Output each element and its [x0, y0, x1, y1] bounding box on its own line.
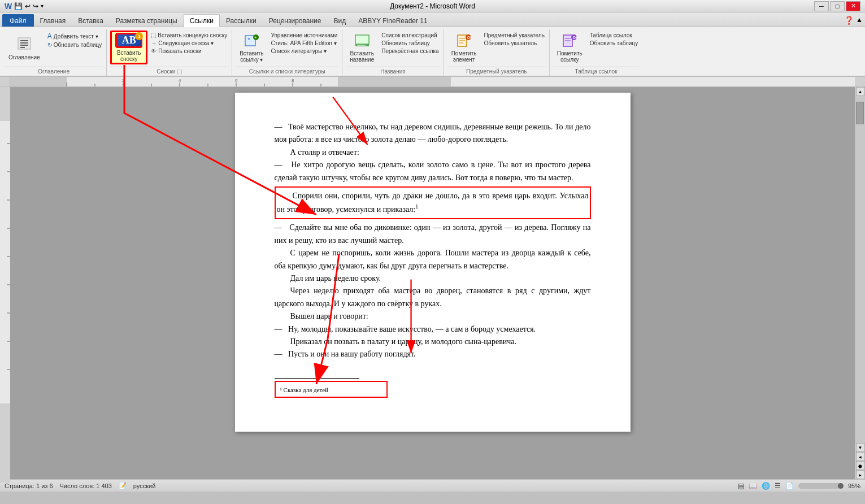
help-icon[interactable]: ❓ [844, 16, 854, 25]
minimize-button[interactable]: ─ [814, 1, 829, 11]
style-dropdown-button[interactable]: Стиль: APA Fifth Edition ▾ [270, 40, 339, 47]
view-draft-icon[interactable]: 📄 [785, 482, 794, 490]
tab-abbyy[interactable]: ABBYY FineReader 11 [352, 14, 434, 27]
citations-table-group-label: Таблица ссылок [553, 67, 639, 76]
svg-text:2: 2 [122, 78, 125, 83]
view-normal-icon[interactable]: ▤ [738, 482, 744, 490]
next-footnote-button[interactable]: → Следующая сноска ▾ [150, 40, 228, 47]
title-bar: W 💾 ↩ ↪ ▾ Документ2 - Microsoft Word ─ □… [0, 0, 865, 12]
bibliography-button[interactable]: Список литературы ▾ [270, 47, 339, 55]
zoom-level[interactable]: 95% [848, 483, 860, 489]
title-bar-controls: ─ □ ✕ [814, 1, 860, 11]
tab-file[interactable]: Файл [2, 14, 34, 27]
ribbon-group-captions-content: Вставитьназвание Список иллюстраций Обно… [346, 29, 440, 67]
ruler: 2 4 6 8 [0, 77, 865, 87]
footnote-text: ¹ Сказка для детей [280, 386, 329, 393]
zoom-thumb[interactable] [838, 483, 844, 489]
scroll-down-button[interactable]: ▼ [856, 443, 865, 452]
ab-icon: AB 1 [115, 33, 142, 48]
qat-save[interactable]: 💾 [14, 2, 23, 10]
cross-reference-button[interactable]: Перекрёстная ссылка [380, 47, 440, 55]
ribbon-group-toc: Оглавление A Добавить текст ▾ ↻ Обновить… [2, 29, 107, 76]
index-button[interactable]: Предметный указатель [483, 32, 545, 39]
view-web-icon[interactable]: 🌐 [762, 482, 770, 490]
tab-home[interactable]: Главная [34, 14, 72, 27]
view-reading-icon[interactable]: 📖 [749, 482, 757, 490]
insert-caption-button[interactable]: Вставитьназвание [346, 31, 378, 64]
scrollbar-track[interactable] [855, 96, 865, 443]
ribbon-group-captions: Вставитьназвание Список иллюстраций Обно… [344, 29, 444, 76]
captions-group-label: Названия [346, 67, 440, 76]
tab-insert[interactable]: Вставка [72, 14, 110, 27]
citations-table-small-buttons: Таблица ссылок Обновить таблицу [589, 31, 640, 47]
toc-icon [15, 34, 33, 53]
ribbon-tabs: Файл Главная Вставка Разметка страницы С… [0, 12, 865, 27]
qat-dropdown[interactable]: ▾ [41, 3, 44, 9]
word-logo-icon: W [5, 2, 12, 11]
svg-text:OK: OK [467, 36, 472, 40]
update-table-toc-button[interactable]: ↻ Обновить таблицу [46, 41, 103, 49]
select-browse-button[interactable]: ⬤ [856, 461, 865, 470]
footnote-area: ¹ Сказка для детей [275, 378, 591, 398]
insert-footnote-button[interactable]: AB 1 Вставитьсноску [110, 31, 147, 64]
tab-review[interactable]: Рецензирование [263, 14, 328, 27]
word-count[interactable]: Число слов: 1 403 [60, 483, 112, 489]
figure-list-button[interactable]: Список иллюстраций [380, 32, 440, 39]
document-area: — Твоё мастерство невелико, ты над дерев… [10, 87, 855, 479]
tab-mailings[interactable]: Рассылки [220, 14, 263, 27]
paragraph-9: Вышел царь и говорит: [275, 310, 591, 323]
tab-view[interactable]: Вид [327, 14, 352, 27]
scroll-up-button[interactable]: ▲ [856, 87, 865, 96]
minimize-ribbon-icon[interactable]: ▲ [856, 16, 863, 25]
highlighted-paragraph: Спорили они, спорили, чуть до драки не д… [275, 186, 591, 219]
new-badge: 1 [135, 32, 143, 40]
tab-layout[interactable]: Разметка страницы [110, 14, 184, 27]
tab-references[interactable]: Ссылки [184, 14, 220, 27]
view-outline-icon[interactable]: ☰ [775, 482, 781, 490]
update-citations-table-button[interactable]: Обновить таблицу [589, 40, 640, 47]
citations-small-buttons: Управление источниками Стиль: APA Fifth … [270, 31, 339, 55]
manage-sources-button[interactable]: Управление источниками [270, 32, 339, 39]
update-index-button[interactable]: Обновить указатель [483, 40, 545, 47]
page-info[interactable]: Страница: 1 из 6 [5, 483, 53, 489]
mark-entry-button[interactable]: OK Пометитьэлемент [447, 31, 481, 64]
scrollbar-thumb[interactable] [856, 102, 864, 124]
prev-page-button[interactable]: ◀ [856, 452, 865, 461]
paragraph-4: Спорили они, спорили, чуть до драки не д… [277, 190, 589, 216]
paragraph-5: — Сделайте вы мне оба по диковинке: один… [275, 221, 591, 247]
svg-text:": " [247, 37, 251, 45]
svg-rect-41 [0, 121, 10, 403]
close-button[interactable]: ✕ [846, 1, 860, 11]
document-page: — Твоё мастерство невелико, ты над дерев… [235, 93, 631, 432]
qat-undo[interactable]: ↩ [25, 2, 31, 10]
footnote-box: ¹ Сказка для детей [275, 381, 388, 398]
insert-citation-button[interactable]: " + Вставитьссылку ▾ [236, 31, 267, 64]
maximize-button[interactable]: □ [830, 1, 845, 11]
qat-redo[interactable]: ↪ [33, 2, 38, 10]
toc-button[interactable]: Оглавление [5, 31, 44, 64]
ruler-side-left [0, 77, 10, 86]
add-text-icon: A [47, 32, 52, 40]
paragraph-8: Через неделю приходят оба мастера во дво… [275, 285, 591, 310]
next-page-button[interactable]: ▶ [856, 470, 865, 479]
mark-citation-button[interactable]: OK Пометитьссылку [553, 31, 586, 64]
citations-table-button[interactable]: Таблица ссылок [589, 32, 640, 39]
update-figures-button[interactable]: Обновить таблицу [380, 40, 440, 47]
ribbon-group-index: OK Пометитьэлемент Предметный указатель … [445, 29, 550, 76]
ribbon-group-footnotes-content: AB 1 Вставитьсноску ⬚ Вставить концевую … [110, 29, 228, 67]
add-text-button[interactable]: A Добавить текст ▾ [46, 32, 103, 41]
svg-text:4: 4 [179, 78, 181, 83]
paragraph-7: Дал им царь неделю сроку. [275, 272, 591, 285]
language-info[interactable]: русский [133, 483, 155, 489]
paragraph-6: С царем не поспоришь, коли жизнь дорога.… [275, 247, 591, 272]
zoom-slider[interactable] [798, 483, 844, 489]
ribbon-group-toc-content: Оглавление A Добавить текст ▾ ↻ Обновить… [5, 29, 103, 67]
spell-check-icon[interactable]: 📝 [119, 482, 127, 489]
show-notes-button[interactable]: 👁 Показать сноски [150, 47, 228, 55]
toc-small-buttons: A Добавить текст ▾ ↻ Обновить таблицу [46, 31, 103, 49]
insert-endnote-button[interactable]: ⬚ Вставить концевую сноску [150, 32, 228, 39]
status-right: ▤ 📖 🌐 ☰ 📄 95% [738, 482, 860, 490]
svg-text:OK: OK [573, 36, 578, 40]
ribbon-group-citations: " + Вставитьссылку ▾ Управление источник… [233, 29, 342, 76]
ribbon-group-index-content: OK Пометитьэлемент Предметный указатель … [447, 29, 546, 67]
